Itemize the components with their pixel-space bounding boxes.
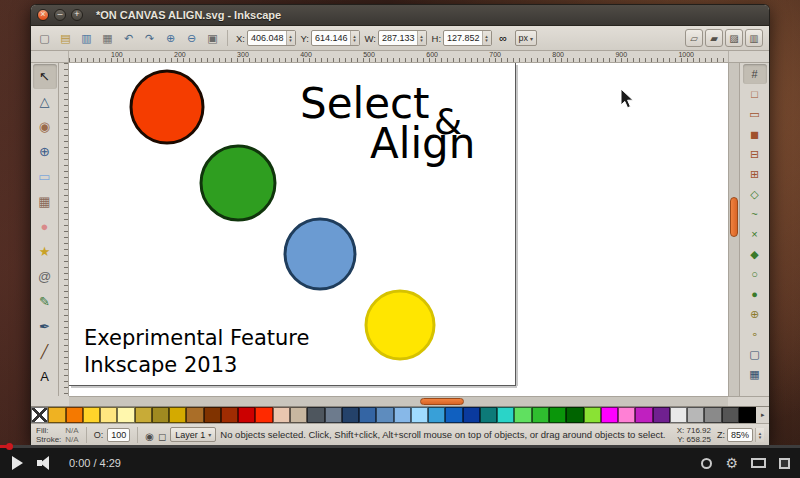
palette-swatch[interactable] bbox=[704, 407, 721, 423]
palette-swatch[interactable] bbox=[342, 407, 359, 423]
palette-swatch[interactable] bbox=[204, 407, 221, 423]
horizontal-ruler[interactable]: 1002003004005006007008009001000 bbox=[69, 51, 728, 62]
palette-swatch[interactable] bbox=[117, 407, 134, 423]
minimize-button[interactable] bbox=[54, 9, 66, 21]
play-button-icon[interactable] bbox=[12, 456, 23, 470]
palette-swatch[interactable] bbox=[376, 407, 393, 423]
move-patterns-toggle[interactable]: ▥ bbox=[745, 29, 763, 47]
pen-tool[interactable]: ✒ bbox=[33, 314, 57, 339]
selector-tool[interactable]: ↖ bbox=[33, 64, 57, 89]
spinner-icon[interactable] bbox=[417, 31, 426, 45]
drawing-canvas[interactable]: Select & Align Exeprimental Feature Inks… bbox=[69, 63, 728, 396]
snap-bbox-icon[interactable]: □ bbox=[743, 84, 767, 104]
star-tool[interactable]: ★ bbox=[33, 239, 57, 264]
palette-swatch[interactable] bbox=[66, 407, 83, 423]
palette-scroll-button[interactable]: ▸ bbox=[756, 407, 769, 423]
drawing-text-align[interactable]: Align bbox=[370, 119, 475, 168]
maximize-button[interactable] bbox=[71, 9, 83, 21]
field-value[interactable]: 406.048 bbox=[248, 31, 286, 45]
rectangle-tool[interactable]: ▭ bbox=[33, 164, 57, 189]
palette-swatch[interactable] bbox=[325, 407, 342, 423]
layer-visibility-icon[interactable] bbox=[145, 426, 154, 444]
palette-swatch[interactable] bbox=[463, 407, 480, 423]
palette-swatch[interactable] bbox=[549, 407, 566, 423]
open-document-icon[interactable]: ▤ bbox=[56, 29, 75, 48]
tweak-tool[interactable]: ◉ bbox=[33, 114, 57, 139]
palette-swatch[interactable] bbox=[601, 407, 618, 423]
settings-gear-icon[interactable] bbox=[725, 456, 738, 470]
spinner-icon[interactable] bbox=[350, 31, 359, 45]
palette-swatch[interactable] bbox=[152, 407, 169, 423]
snap-intersections-icon[interactable]: × bbox=[743, 224, 767, 244]
zoom-tool[interactable]: ⊕ bbox=[33, 139, 57, 164]
palette-swatch[interactable] bbox=[618, 407, 635, 423]
snap-cusp-nodes-icon[interactable]: ◆ bbox=[743, 244, 767, 264]
close-button[interactable] bbox=[37, 9, 49, 21]
red-circle[interactable] bbox=[131, 71, 203, 143]
palette-swatch[interactable] bbox=[428, 407, 445, 423]
palette-swatch[interactable] bbox=[653, 407, 670, 423]
drawing-text-caption[interactable]: Exeprimental Feature Inkscape 2013 bbox=[84, 325, 309, 379]
zoom-out-icon[interactable]: ⊖ bbox=[182, 29, 201, 48]
snap-object-centers-icon[interactable]: ⊕ bbox=[743, 304, 767, 324]
fill-stroke-indicator[interactable]: Fill: N/A Stroke: N/A bbox=[34, 426, 79, 444]
snap-midpoints-icon[interactable]: ● bbox=[743, 284, 767, 304]
palette-swatch[interactable] bbox=[238, 407, 255, 423]
video-seek-bar[interactable] bbox=[0, 445, 800, 448]
redo-icon[interactable]: ↷ bbox=[140, 29, 159, 48]
lock-ratio-icon[interactable]: ∞ bbox=[494, 29, 513, 48]
palette-swatch[interactable] bbox=[273, 407, 290, 423]
palette-swatch[interactable] bbox=[83, 407, 100, 423]
spiral-tool[interactable]: @ bbox=[33, 264, 57, 289]
palette-swatch[interactable] bbox=[186, 407, 203, 423]
snap-smooth-nodes-icon[interactable]: ○ bbox=[743, 264, 767, 284]
palette-swatch[interactable] bbox=[31, 407, 48, 423]
palette-swatch[interactable] bbox=[514, 407, 531, 423]
palette-swatch[interactable] bbox=[359, 407, 376, 423]
vertical-scrollbar-thumb[interactable] bbox=[730, 197, 738, 237]
palette-swatch[interactable] bbox=[221, 407, 238, 423]
calligraphy-tool[interactable]: ╱ bbox=[33, 339, 57, 364]
pencil-tool[interactable]: ✎ bbox=[33, 289, 57, 314]
volume-icon[interactable] bbox=[37, 456, 55, 470]
video-playhead[interactable] bbox=[6, 443, 13, 450]
zoom-field[interactable]: 85% bbox=[727, 428, 753, 442]
ellipse-tool[interactable]: ● bbox=[33, 214, 57, 239]
title-bar[interactable]: *ON CANVAS ALIGN.svg - Inkscape bbox=[31, 5, 769, 26]
move-gradients-toggle[interactable]: ▨ bbox=[725, 29, 743, 47]
palette-swatch[interactable] bbox=[411, 407, 428, 423]
spinner-icon[interactable] bbox=[286, 31, 295, 45]
scale-stroke-toggle[interactable]: ▱ bbox=[685, 29, 703, 47]
snap-page-border-icon[interactable]: ▢ bbox=[743, 344, 767, 364]
snap-grids-icon[interactable]: ▦ bbox=[743, 364, 767, 384]
palette-swatch[interactable] bbox=[497, 407, 514, 423]
layer-lock-icon[interactable] bbox=[158, 426, 166, 444]
palette-swatch[interactable] bbox=[480, 407, 497, 423]
scale-corners-toggle[interactable]: ▰ bbox=[705, 29, 723, 47]
quality-icon[interactable] bbox=[701, 458, 712, 469]
layer-dropdown[interactable]: Layer 1 bbox=[170, 427, 216, 442]
node-tool[interactable]: △ bbox=[33, 89, 57, 114]
palette-swatch[interactable] bbox=[48, 407, 65, 423]
duplicate-icon[interactable]: ▣ bbox=[203, 29, 222, 48]
vertical-scrollbar[interactable] bbox=[728, 63, 739, 396]
palette-swatch[interactable] bbox=[722, 407, 739, 423]
palette-swatch[interactable] bbox=[394, 407, 411, 423]
palette-swatch[interactable] bbox=[739, 407, 756, 423]
palette-swatch[interactable] bbox=[307, 407, 324, 423]
print-icon[interactable]: ▦ bbox=[98, 29, 117, 48]
snap-bbox-edges-icon[interactable]: ▭ bbox=[743, 104, 767, 124]
palette-swatch[interactable] bbox=[445, 407, 462, 423]
zoom-in-icon[interactable]: ⊕ bbox=[161, 29, 180, 48]
palette-swatch[interactable] bbox=[532, 407, 549, 423]
snap-nodes-icon[interactable]: ◇ bbox=[743, 184, 767, 204]
undo-icon[interactable]: ↶ bbox=[119, 29, 138, 48]
new-document-icon[interactable]: ▢ bbox=[35, 29, 54, 48]
horizontal-scrollbar-thumb[interactable] bbox=[420, 398, 464, 405]
palette-swatch[interactable] bbox=[670, 407, 687, 423]
snap-bbox-centers-icon[interactable]: ⊞ bbox=[743, 164, 767, 184]
palette-swatch[interactable] bbox=[100, 407, 117, 423]
unit-dropdown[interactable]: px bbox=[515, 30, 538, 46]
palette-swatch[interactable] bbox=[566, 407, 583, 423]
snap-bbox-midpoints-icon[interactable]: ⊟ bbox=[743, 144, 767, 164]
